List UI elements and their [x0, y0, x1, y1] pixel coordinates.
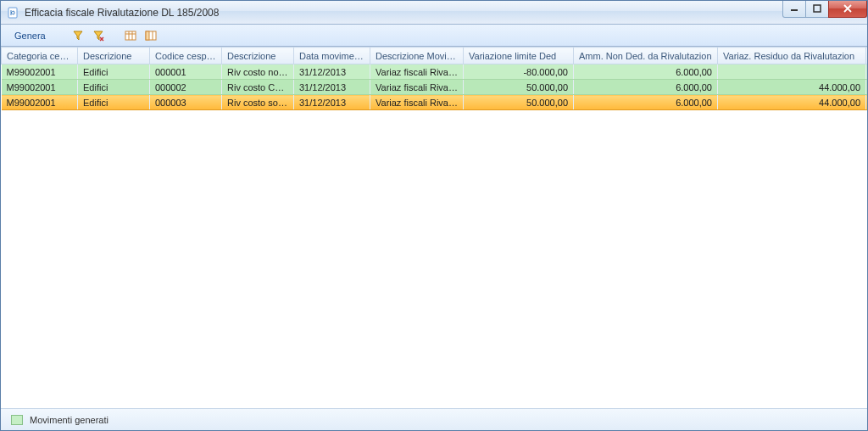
cell-categoria: M99002001	[2, 80, 78, 95]
cell-var_res	[718, 64, 866, 80]
filter-icon[interactable]	[70, 27, 86, 44]
cell-data: 31/12/2013	[294, 95, 370, 110]
cell-desc_cod: Riv costo non…	[222, 64, 294, 80]
statusbar: Movimenti generati	[1, 408, 867, 430]
column-header[interactable]: Variaz. Residuo da Rivalutazion	[718, 48, 866, 64]
cell-eff	[866, 80, 868, 95]
column-header[interactable]: Amm. Non Ded. da Rivalutazion	[574, 48, 718, 64]
cell-desc_mov: Variaz fiscali Rivalutaz…	[370, 64, 464, 80]
status-text: Movimenti generati	[30, 415, 108, 425]
column-header[interactable]: Data movimento	[294, 48, 370, 64]
cell-codice: 000003	[150, 95, 222, 110]
column-header[interactable]: Categoria cespit	[2, 48, 78, 64]
table-row[interactable]: M99002001Edifici000003Riv costo solo…31/…	[2, 95, 868, 110]
minimize-button[interactable]	[782, 1, 806, 18]
maximize-button[interactable]	[805, 1, 829, 18]
cell-desc_mov: Variaz fiscali Rivalutaz…	[370, 95, 464, 110]
cell-codice: 000002	[150, 80, 222, 95]
column-header[interactable]: Efficacia fiscale	[866, 48, 868, 64]
cell-desc_mov: Variaz fiscali Rivalutaz…	[370, 80, 464, 95]
app-window: Efficacia fiscale Rivalutazione DL 185/2…	[0, 0, 868, 431]
cell-categoria: M99002001	[2, 64, 78, 80]
cell-eff	[866, 64, 868, 80]
app-icon	[6, 6, 19, 20]
window-controls	[783, 1, 867, 18]
status-legend-swatch	[11, 415, 23, 425]
cell-var_lim: 50.000,00	[464, 95, 574, 110]
titlebar[interactable]: Efficacia fiscale Rivalutazione DL 185/2…	[1, 1, 867, 25]
cell-desc_cat: Edifici	[78, 64, 150, 80]
close-button[interactable]	[828, 1, 867, 18]
cell-amm: 6.000,00	[574, 64, 718, 80]
grid-export-icon[interactable]	[122, 27, 139, 44]
column-header[interactable]: Codice cespite	[150, 48, 222, 64]
cell-var_lim: -80.000,00	[464, 64, 574, 80]
cell-amm: 6.000,00	[574, 95, 718, 110]
grid-columns-icon[interactable]	[142, 27, 159, 44]
genera-button[interactable]: Genera	[6, 29, 54, 42]
cell-desc_cod: Riv costo solo…	[222, 95, 294, 110]
column-header[interactable]: Descrizione	[78, 48, 150, 64]
cell-var_lim: 50.000,00	[464, 80, 574, 95]
column-header[interactable]: Descrizione	[222, 48, 294, 64]
svg-rect-8	[146, 31, 149, 40]
cell-data: 31/12/2013	[294, 80, 370, 95]
cell-desc_cat: Edifici	[78, 80, 150, 95]
cell-categoria: M99002001	[2, 95, 78, 110]
filter-clear-icon[interactable]	[90, 27, 107, 44]
column-header[interactable]: Descrizione Movimento	[370, 48, 464, 64]
data-grid: Categoria cespitDescrizioneCodice cespit…	[1, 47, 867, 110]
svg-rect-2	[814, 5, 821, 12]
cell-desc_cod: Riv costo CO…	[222, 80, 294, 95]
cell-eff	[866, 95, 868, 110]
cell-data: 31/12/2013	[294, 64, 370, 80]
table-row[interactable]: M99002001Edifici000002Riv costo CO…31/12…	[2, 80, 868, 95]
cell-amm: 6.000,00	[574, 80, 718, 95]
svg-rect-3	[125, 31, 136, 40]
window-title: Efficacia fiscale Rivalutazione DL 185/2…	[25, 7, 219, 19]
table-row[interactable]: M99002001Edifici000001Riv costo non…31/1…	[2, 64, 868, 80]
grid-area[interactable]: Categoria cespitDescrizioneCodice cespit…	[1, 47, 867, 408]
cell-codice: 000001	[150, 64, 222, 80]
svg-rect-0	[8, 8, 17, 18]
cell-desc_cat: Edifici	[78, 95, 150, 110]
cell-var_res: 44.000,00	[718, 95, 866, 110]
cell-var_res: 44.000,00	[718, 80, 866, 95]
column-header[interactable]: Variazione limite Ded	[464, 48, 574, 64]
header-row: Categoria cespitDescrizioneCodice cespit…	[2, 48, 868, 64]
toolbar: Genera	[1, 25, 867, 47]
